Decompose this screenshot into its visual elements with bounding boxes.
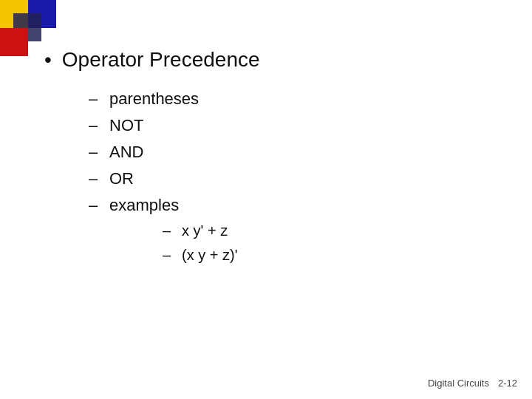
- slide-title: • Operator Precedence: [44, 48, 502, 72]
- sub-dash-2: –: [163, 247, 173, 264]
- sub-dash-1: –: [163, 222, 173, 239]
- sq-red: [0, 28, 28, 56]
- dash-4: –: [89, 169, 100, 188]
- dash-5: –: [89, 196, 100, 215]
- title-text: Operator Precedence: [62, 48, 260, 72]
- footer: Digital Circuits 2-12: [428, 378, 517, 389]
- label-not: NOT: [109, 116, 143, 135]
- main-list: – parentheses – NOT – AND – OR – example…: [89, 89, 502, 264]
- sub-item-1: – x y' + z: [163, 222, 502, 239]
- dash-1: –: [89, 89, 100, 109]
- list-item-examples: – examples: [89, 196, 502, 215]
- slide-content: • Operator Precedence – parentheses – NO…: [44, 48, 502, 277]
- footer-text: Digital Circuits: [428, 378, 489, 389]
- dash-3: –: [89, 143, 100, 162]
- sub-label-2: (x y + z)': [182, 247, 238, 264]
- list-item-and: – AND: [89, 143, 502, 162]
- list-item-or: – OR: [89, 169, 502, 188]
- corner-decoration: [0, 0, 59, 52]
- title-bullet: •: [44, 48, 52, 72]
- sub-item-2: – (x y + z)': [163, 247, 502, 264]
- label-or: OR: [109, 169, 134, 188]
- label-examples: examples: [109, 196, 179, 215]
- sub-list: – x y' + z – (x y + z)': [163, 222, 502, 264]
- label-parentheses: parentheses: [109, 89, 199, 109]
- list-item-parentheses: – parentheses: [89, 89, 502, 109]
- list-item-not: – NOT: [89, 116, 502, 135]
- sub-label-1: x y' + z: [182, 222, 228, 239]
- footer-page: 2-12: [498, 378, 517, 389]
- label-and: AND: [109, 143, 143, 162]
- dash-2: –: [89, 116, 100, 135]
